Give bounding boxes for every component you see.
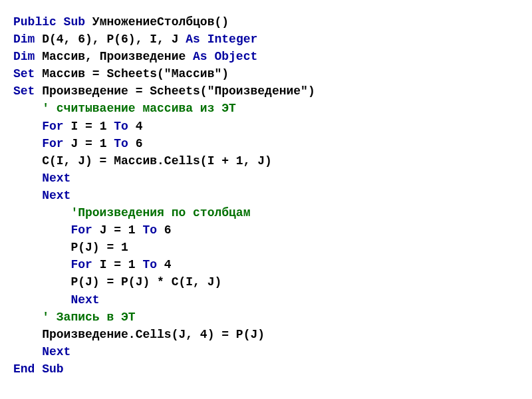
code-line: Dim D(4, 6), P(6), I, J As Integer	[13, 31, 519, 48]
code-line: Dim Массив, Произведение As Object	[13, 48, 519, 65]
keyword: Set	[13, 84, 42, 98]
indent	[13, 345, 42, 358]
keyword: Set	[13, 67, 42, 80]
code-line: Next	[13, 170, 519, 187]
code-text: J = 1	[100, 223, 143, 237]
code-line: ' Запись в ЭТ	[13, 309, 519, 326]
keyword: For	[70, 223, 99, 237]
code-line: For I = 1 To 4	[13, 118, 519, 135]
code-line: C(I, J) = Массив.Cells(I + 1, J)	[13, 152, 519, 170]
code-text: Массив, Произведение	[42, 50, 193, 63]
code-text: P(J) = P(J) * C(I, J)	[13, 275, 221, 289]
comment: ' Запись в ЭТ	[13, 311, 136, 324]
code-text: Произведение.Cells(J, 4) = P(J)	[13, 328, 265, 341]
code-text: P(J) = 1	[13, 241, 128, 254]
comment: 'Произведения по столбцам	[13, 206, 250, 219]
indent	[13, 189, 42, 202]
code-line: P(J) = 1	[13, 239, 519, 256]
code-text: УмножениеСтолбцов()	[92, 15, 229, 29]
keyword: Dim	[13, 50, 42, 63]
keyword: Next	[70, 293, 99, 307]
indent	[13, 120, 42, 133]
code-line: P(J) = P(J) * C(I, J)	[13, 273, 519, 291]
code-text: I = 1	[70, 120, 114, 133]
code-text: C(I, J) = Массив.Cells(I + 1, J)	[13, 154, 272, 168]
code-line: For I = 1 To 4	[13, 256, 519, 273]
keyword: Next	[42, 189, 70, 202]
code-line: End Sub	[13, 360, 519, 378]
code-line: 'Произведения по столбцам	[13, 204, 519, 221]
keyword: Next	[42, 172, 70, 185]
comment: ' считываение массива из ЭТ	[13, 102, 236, 115]
keyword: Public Sub	[13, 15, 92, 29]
code-text: 6	[136, 137, 143, 150]
code-line: For J = 1 To 6	[13, 135, 519, 152]
keyword: To	[114, 120, 135, 133]
code-line: Public Sub УмножениеСтолбцов()	[13, 13, 519, 31]
code-line: For J = 1 To 6	[13, 221, 519, 239]
keyword: For	[42, 137, 70, 150]
keyword: For	[42, 120, 70, 133]
code-line: Set Массив = Scheets("Массив")	[13, 65, 519, 82]
code-line: Next	[13, 343, 519, 360]
keyword: End Sub	[13, 362, 64, 376]
code-line: Произведение.Cells(J, 4) = P(J)	[13, 326, 519, 343]
code-text: Произведение = Scheets("Произведение")	[42, 84, 315, 98]
code-text: 4	[164, 258, 172, 271]
code-text: D(4, 6), P(6), I, J	[42, 33, 186, 46]
code-text: Массив = Scheets("Массив")	[42, 67, 229, 80]
keyword: To	[142, 223, 164, 237]
code-text: J = 1	[70, 137, 114, 150]
code-text: 6	[164, 223, 172, 237]
code-block: Public Sub УмножениеСтолбцов() Dim D(4, …	[13, 13, 519, 378]
code-text: I = 1	[100, 258, 143, 271]
code-line: ' считываение массива из ЭТ	[13, 100, 519, 117]
code-text: 4	[136, 120, 143, 133]
keyword: Next	[42, 345, 70, 358]
keyword: To	[142, 258, 164, 271]
indent	[13, 172, 42, 185]
keyword: As Object	[193, 50, 257, 63]
indent	[13, 223, 70, 237]
keyword: Dim	[13, 33, 42, 46]
keyword: For	[70, 258, 99, 271]
indent	[13, 258, 70, 271]
code-line: Set Произведение = Scheets("Произведение…	[13, 82, 519, 100]
keyword: To	[114, 137, 135, 150]
indent	[13, 293, 70, 307]
indent	[13, 137, 42, 150]
code-line: Next	[13, 187, 519, 204]
code-line: Next	[13, 291, 519, 309]
keyword: As Integer	[186, 33, 257, 46]
